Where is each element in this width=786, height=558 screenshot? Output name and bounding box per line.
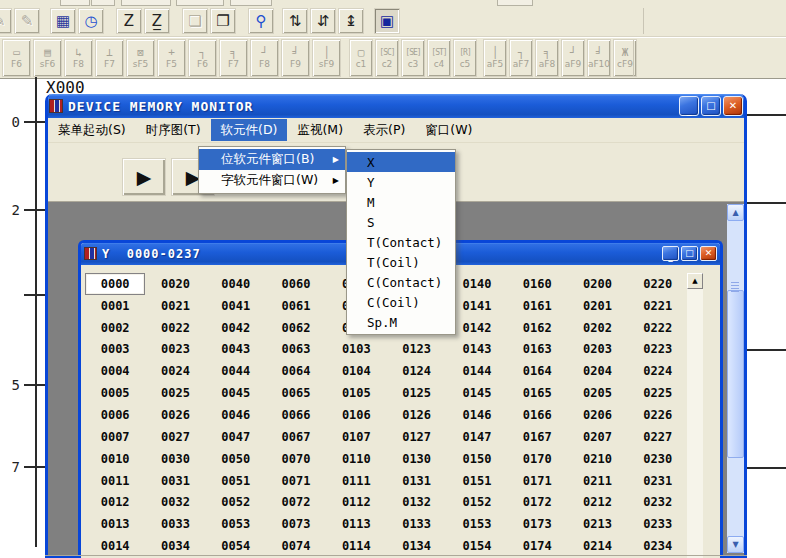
menu-item-5[interactable]: 表示(P)	[353, 119, 415, 141]
grid-cell-0146[interactable]: 0146	[447, 404, 507, 426]
ladder-button-aF5[interactable]: │aF5	[483, 39, 507, 77]
ladder-button-F7[interactable]: ⊥F7	[95, 39, 124, 77]
grid-cell-0123[interactable]: 0123	[386, 339, 446, 361]
grid-cell-0144[interactable]: 0144	[447, 360, 507, 382]
grid-cell-0202[interactable]: 0202	[567, 317, 627, 339]
grid-cell-0103[interactable]: 0103	[326, 339, 386, 361]
grid-cell-0200[interactable]: 0200	[567, 273, 627, 295]
grid-cell-0224[interactable]: 0224	[628, 360, 688, 382]
ladder-button-sF5[interactable]: ⊠sF5	[126, 39, 155, 77]
device-grid-button[interactable]: ▦	[50, 8, 76, 34]
grid-cell-0000[interactable]: 0000	[85, 273, 145, 295]
scroll-down-button[interactable]: ▼	[727, 536, 744, 553]
ladder-button-c5[interactable]: [R]c5	[453, 39, 477, 77]
edit-device-button[interactable]: ✎	[14, 8, 40, 34]
grid-cell-0125[interactable]: 0125	[386, 382, 446, 404]
grid-cell-0040[interactable]: 0040	[206, 273, 266, 295]
grid-cell-0002[interactable]: 0002	[85, 317, 145, 339]
ladder-button-sF6[interactable]: ▤sF6	[33, 39, 62, 77]
grid-cell-0230[interactable]: 0230	[628, 448, 688, 470]
insert-row-button[interactable]: ⇅	[282, 8, 308, 34]
grid-cell-0012[interactable]: 0012	[85, 491, 145, 513]
grid-cell-0130[interactable]: 0130	[386, 448, 446, 470]
grid-cell-0114[interactable]: 0114	[326, 535, 386, 557]
scroll-up-button[interactable]: ▲	[687, 273, 703, 289]
submenu-item-S[interactable]: S	[347, 212, 455, 232]
grid-cell-0066[interactable]: 0066	[266, 404, 326, 426]
grid-cell-0111[interactable]: 0111	[326, 470, 386, 492]
grid-cell-0027[interactable]: 0027	[145, 426, 205, 448]
ladder-button-c3[interactable]: [SE]c3	[401, 39, 425, 77]
grid-cell-0053[interactable]: 0053	[206, 513, 266, 535]
edge-cut-button[interactable]: ✎	[0, 8, 12, 34]
submenu-item-Sp.M[interactable]: Sp.M	[347, 312, 455, 332]
grid-cell-0153[interactable]: 0153	[447, 513, 507, 535]
grid-cell-0043[interactable]: 0043	[206, 339, 266, 361]
submenu-item-Y[interactable]: Y	[347, 172, 455, 192]
grid-cell-0062[interactable]: 0062	[266, 317, 326, 339]
grid-cell-0213[interactable]: 0213	[567, 513, 627, 535]
ladder-button-F8[interactable]: ┘F8	[250, 39, 279, 77]
close-button[interactable]: ✕	[700, 246, 717, 261]
grid-cell-0064[interactable]: 0064	[266, 360, 326, 382]
menu-item-3[interactable]: 软元件(D)	[211, 119, 288, 141]
grid-cell-0014[interactable]: 0014	[85, 535, 145, 557]
grid-cell-0145[interactable]: 0145	[447, 382, 507, 404]
grid-cell-0013[interactable]: 0013	[85, 513, 145, 535]
grid-cell-0171[interactable]: 0171	[507, 470, 567, 492]
submenu-item-C(Contact)[interactable]: C(Contact)	[347, 272, 455, 292]
submenu-item-X[interactable]: X	[347, 152, 455, 172]
grid-cell-0172[interactable]: 0172	[507, 491, 567, 513]
grid-cell-0001[interactable]: 0001	[85, 295, 145, 317]
ladder-button-F8[interactable]: ↳F8	[64, 39, 93, 77]
grid-cell-0042[interactable]: 0042	[206, 317, 266, 339]
grid-cell-0166[interactable]: 0166	[507, 404, 567, 426]
grid-cell-0004[interactable]: 0004	[85, 360, 145, 382]
grid-cell-0206[interactable]: 0206	[567, 404, 627, 426]
scrollbar-thumb[interactable]	[727, 290, 744, 458]
grid-cell-0225[interactable]: 0225	[628, 382, 688, 404]
ladder-button-F9[interactable]: ╛F9	[281, 39, 310, 77]
menu-item-1[interactable]: 位软元件窗口(B)▶	[199, 149, 345, 170]
grid-cell-0070[interactable]: 0070	[266, 448, 326, 470]
grid-cell-0226[interactable]: 0226	[628, 404, 688, 426]
ladder-button-c4[interactable]: [ST]c4	[427, 39, 451, 77]
grid-cell-0210[interactable]: 0210	[567, 448, 627, 470]
grid-cell-0174[interactable]: 0174	[507, 535, 567, 557]
submenu-item-T(Contact)[interactable]: T(Contact)	[347, 232, 455, 252]
grid-cell-0165[interactable]: 0165	[507, 382, 567, 404]
grid-cell-0060[interactable]: 0060	[266, 273, 326, 295]
grid-cell-0032[interactable]: 0032	[145, 491, 205, 513]
minimize-button[interactable]: _	[662, 246, 679, 261]
grid-cell-0063[interactable]: 0063	[266, 339, 326, 361]
ladder-button-aF10[interactable]: ╛aF10	[587, 39, 611, 77]
grid-cell-0201[interactable]: 0201	[567, 295, 627, 317]
grid-cell-0074[interactable]: 0074	[266, 535, 326, 557]
prev-window-button[interactable]: ❏	[182, 8, 208, 34]
ladder-button-sF9[interactable]: │sF9	[312, 39, 341, 77]
monitor-titlebar[interactable]: DEVICE MEMORY MONITOR _□✕	[45, 94, 747, 118]
grid-cell-0152[interactable]: 0152	[447, 491, 507, 513]
grid-cell-0220[interactable]: 0220	[628, 273, 688, 295]
grid-cell-0033[interactable]: 0033	[145, 513, 205, 535]
grid-cell-0211[interactable]: 0211	[567, 470, 627, 492]
grid-cell-0204[interactable]: 0204	[567, 360, 627, 382]
submenu-item-M[interactable]: M	[347, 192, 455, 212]
grid-cell-0231[interactable]: 0231	[628, 470, 688, 492]
grid-cell-0160[interactable]: 0160	[507, 273, 567, 295]
ladder-button-c2[interactable]: [SC]c2	[375, 39, 399, 77]
grid-cell-0170[interactable]: 0170	[507, 448, 567, 470]
grid-cell-0222[interactable]: 0222	[628, 317, 688, 339]
maximize-button[interactable]: □	[701, 96, 721, 116]
grid-cell-0110[interactable]: 0110	[326, 448, 386, 470]
grid-cell-0151[interactable]: 0151	[447, 470, 507, 492]
grid-cell-0150[interactable]: 0150	[447, 448, 507, 470]
grid-cell-0212[interactable]: 0212	[567, 491, 627, 513]
grid-cell-0026[interactable]: 0026	[145, 404, 205, 426]
grid-cell-0234[interactable]: 0234	[628, 535, 688, 557]
grid-cell-0006[interactable]: 0006	[85, 404, 145, 426]
menu-item-1[interactable]: 菜单起动(S)	[48, 119, 136, 141]
grid-cell-0067[interactable]: 0067	[266, 426, 326, 448]
vertical-scrollbar[interactable]: ▲ ▼	[727, 204, 744, 553]
submenu-item-T(Coil)[interactable]: T(Coil)	[347, 252, 455, 272]
